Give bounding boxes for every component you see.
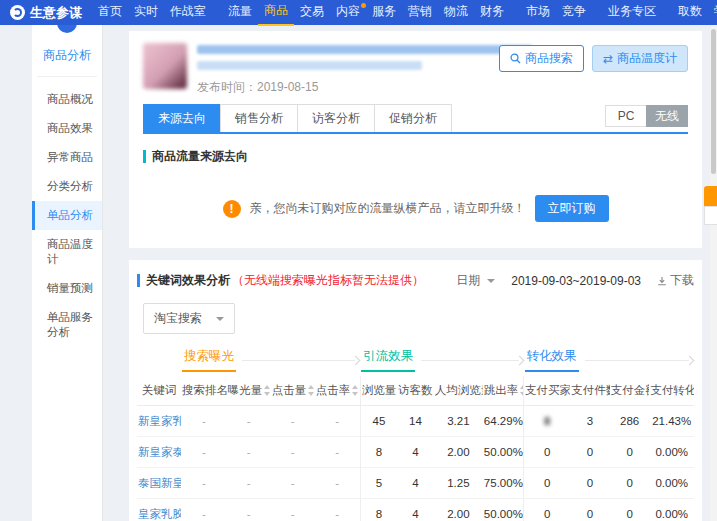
sidebar-item[interactable]: 单品服务分析 xyxy=(32,303,102,347)
nav-item[interactable]: 首页 xyxy=(92,0,128,25)
nav-item[interactable]: 营销 xyxy=(402,0,438,25)
metric-cell: 4 xyxy=(397,437,434,468)
column-header[interactable]: 点击量 xyxy=(271,376,315,406)
nav-item[interactable]: 流量 xyxy=(222,0,258,25)
keyword-link[interactable]: 新皇家泰国乳 xyxy=(137,437,181,468)
nav-item[interactable]: 交易 xyxy=(294,0,330,25)
keyword-link[interactable]: 新皇家乳胶枕 xyxy=(137,406,181,437)
nav-item[interactable]: 实时 xyxy=(128,0,164,25)
column-header[interactable]: 支付件数 xyxy=(570,376,610,406)
sidebar-menu: 商品概况商品效果异常商品分类分析单品分析商品温度计销量预测单品服务分析 xyxy=(32,85,102,347)
sort-icon[interactable] xyxy=(352,385,359,396)
nav-item[interactable]: 财务 xyxy=(474,0,510,25)
column-header[interactable]: 曝光量 xyxy=(227,376,271,406)
nav-item[interactable]: 业务专区 xyxy=(602,0,662,25)
sidebar-item[interactable]: 异常商品 xyxy=(32,143,102,172)
scrollbar-thumb[interactable] xyxy=(711,29,716,174)
nav-group-market: 市场竞争 xyxy=(520,0,592,25)
censored-value: 8 xyxy=(544,415,550,427)
notice-text: 亲，您尚未订购对应的流量纵横产品，请立即升级！ xyxy=(250,200,526,217)
nav-item[interactable]: 商品 xyxy=(258,0,294,26)
nav-item[interactable]: 市场 xyxy=(520,0,556,25)
nav-item[interactable]: 物流 xyxy=(438,0,474,25)
sort-icon[interactable] xyxy=(308,385,315,396)
column-header[interactable]: 跳出率 xyxy=(483,376,524,406)
table-row: 皇家乳胶枕----842.0050.00%0000.00% xyxy=(137,499,694,521)
nav-item[interactable]: 竞争 xyxy=(556,0,592,25)
sidebar-item[interactable]: 分类分析 xyxy=(32,172,102,201)
nav-item[interactable]: 内容 xyxy=(330,0,366,25)
metric-cell: 14 xyxy=(397,406,434,437)
source-select[interactable]: 淘宝搜索 xyxy=(143,303,235,334)
metric-cell: 0 xyxy=(524,468,571,499)
metric-cell: 2.00 xyxy=(434,437,483,468)
metric-cell: 0 xyxy=(524,437,571,468)
feedback-widget[interactable] xyxy=(704,186,717,225)
product-thermometer-button[interactable]: ⇄ 商品温度计 xyxy=(592,45,688,72)
metric-cell: - xyxy=(271,406,315,437)
tab[interactable]: 销售分析 xyxy=(220,104,298,132)
metric-cell: - xyxy=(271,499,315,521)
metric-cell: 0 xyxy=(610,499,650,521)
nav-item[interactable]: 学院 xyxy=(708,0,717,25)
feedback-widget-top[interactable] xyxy=(704,186,717,206)
tab[interactable]: 访客分析 xyxy=(297,104,375,132)
order-now-button[interactable]: 立即订购 xyxy=(535,195,609,222)
column-header[interactable]: 点击率 xyxy=(315,376,361,406)
metric-cell: 50.00% xyxy=(483,499,524,521)
sidebar: 商品分析 商品概况商品效果异常商品分类分析单品分析商品温度计销量预测单品服务分析 xyxy=(32,25,103,521)
metric-cell: 75.00% xyxy=(483,468,524,499)
product-overview-card: 发布时间：2019-08-15 商品搜索 ⇄ 商品温度计 xyxy=(129,31,702,248)
tab[interactable]: 来源去向 xyxy=(143,104,221,132)
metric-cell: 0.00% xyxy=(649,468,694,499)
metric-cell: - xyxy=(181,468,227,499)
nav-group-main: 流量商品交易内容服务营销物流财务 xyxy=(222,0,510,25)
nav-item[interactable]: 服务 xyxy=(366,0,402,25)
chevron-down-icon xyxy=(487,279,495,287)
section-tools: 日期 2019-09-03~2019-09-03 下载 xyxy=(456,272,694,289)
sidebar-item[interactable]: 商品温度计 xyxy=(32,230,102,274)
feedback-widget-bottom[interactable] xyxy=(704,206,717,225)
nav-item[interactable]: 取数 xyxy=(672,0,708,25)
device-option[interactable]: 无线 xyxy=(646,105,688,127)
nav-item[interactable]: 作战室 xyxy=(164,0,212,25)
column-header[interactable]: 支付转化率 xyxy=(649,376,694,406)
metric-cell: - xyxy=(181,437,227,468)
metric-cell: 5 xyxy=(360,468,397,499)
page-scrollbar[interactable] xyxy=(710,25,717,521)
keyword-link[interactable]: 泰国新皇家乳 xyxy=(137,468,181,499)
download-button[interactable]: 下载 xyxy=(657,272,694,289)
metric-cell: - xyxy=(271,468,315,499)
metric-cell: - xyxy=(227,499,271,521)
metric-cell: 64.29% xyxy=(483,406,524,437)
table-row: 新皇家泰国乳----842.0050.00%0000.00% xyxy=(137,437,694,468)
flow-section-title: 商品流量来源去向 xyxy=(152,148,248,165)
sidebar-item[interactable]: 商品效果 xyxy=(32,114,102,143)
search-icon xyxy=(510,53,521,64)
column-header[interactable]: 访客数 xyxy=(397,376,434,406)
group-arrow-icon xyxy=(351,355,361,365)
metric-cell: 45 xyxy=(360,406,397,437)
sidebar-item[interactable]: 单品分析 xyxy=(32,201,102,230)
column-header[interactable]: 支付金额 xyxy=(610,376,650,406)
keyword-section-note: （无线端搜索曝光指标暂无法提供） xyxy=(232,272,424,289)
metric-cell: 0 xyxy=(610,468,650,499)
metric-cell: 0 xyxy=(570,437,610,468)
blurred-product-subtitle xyxy=(197,61,422,70)
date-range: 2019-09-03~2019-09-03 xyxy=(511,274,641,288)
sidebar-item[interactable]: 商品概况 xyxy=(32,85,102,114)
sidebar-item[interactable]: 销量预测 xyxy=(32,274,102,303)
keyword-link[interactable]: 皇家乳胶枕 xyxy=(137,499,181,521)
left-rail xyxy=(0,25,32,521)
product-search-button[interactable]: 商品搜索 xyxy=(499,45,584,72)
column-header[interactable]: 浏览量 xyxy=(360,376,397,406)
column-header[interactable]: 人均浏览量 xyxy=(434,376,483,406)
column-header[interactable]: 搜索排名 xyxy=(181,376,227,406)
section-accent-bar xyxy=(143,150,146,163)
tab[interactable]: 促销分析 xyxy=(374,104,452,132)
device-option[interactable]: PC xyxy=(605,105,647,127)
metric-cell: 8 xyxy=(360,499,397,521)
sort-icon[interactable] xyxy=(264,385,271,396)
metric-cell: 1.25 xyxy=(434,468,483,499)
date-dropdown[interactable]: 日期 xyxy=(456,272,495,289)
